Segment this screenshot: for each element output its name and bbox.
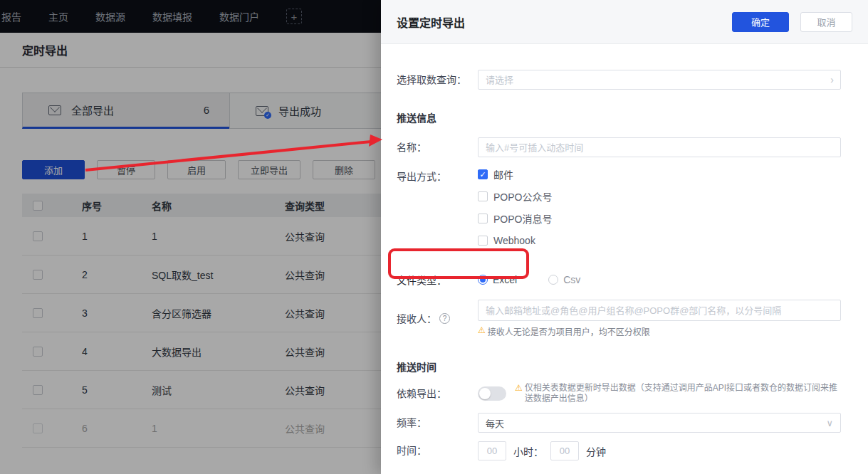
help-question-icon[interactable]: ? [439,313,450,324]
query-select-label: 选择取数查询： [397,70,478,90]
drawer-body: 选择取数查询： › 推送信息 名称： 导出方式： ✓ 邮件 PO [381,70,868,474]
radio-selected-icon [478,275,488,285]
chevron-down-icon: ∨ [826,418,833,428]
minute-input[interactable] [550,441,579,460]
warning-icon: ⚠ [515,383,523,404]
checkbox-unchecked-icon [478,214,488,223]
hour-input[interactable] [478,441,506,460]
checkbox-checked-icon: ✓ [478,169,488,179]
radio-unselected-icon [548,275,558,285]
schedule-export-drawer: 设置定时导出 确定 取消 选择取数查询： › 推送信息 名称： 导出方式： ✓ … [381,0,868,474]
dependent-export-label: 依赖导出： [397,383,478,404]
frequency-label: 频率： [397,413,478,433]
hour-unit-label: 小时： [513,444,543,458]
dependent-export-toggle[interactable] [478,386,506,401]
warning-icon: ⚠ [478,325,486,335]
push-info-section-title: 推送信息 [397,110,841,125]
minute-unit-label: 分钟 [586,444,606,458]
radio-excel[interactable]: Excel [478,274,517,285]
dependent-export-note: ⚠ 仅相关表数据更新时导出数据（支持通过调用产品API接口或者数仓的数据订阅来推… [515,383,841,404]
file-type-label: 文件类型： [397,273,478,287]
recipient-input[interactable] [478,300,841,321]
radio-csv[interactable]: Csv [548,274,580,285]
cancel-button[interactable]: 取消 [800,12,852,32]
recipient-label: 接收人： ? [397,300,478,337]
export-method-label: 导出方式： [397,169,478,257]
checkbox-unchecked-icon [478,191,488,201]
time-label: 时间： [397,441,478,460]
recipient-warning: ⚠ 接收人无论是否为项目用户，均不区分权限 [478,325,841,337]
query-select-input[interactable] [478,70,841,90]
frequency-select[interactable]: 每天 ∨ [478,413,841,433]
checkbox-popo-public[interactable]: POPO公众号 [478,191,841,201]
name-input[interactable] [478,137,841,157]
checkbox-webhook[interactable]: Webhook [478,235,841,246]
name-label: 名称： [397,137,478,157]
drawer-title: 设置定时导出 [397,14,732,31]
confirm-button[interactable]: 确定 [732,12,789,32]
checkbox-email[interactable]: ✓ 邮件 [478,169,841,179]
checkbox-popo-message[interactable]: POPO消息号 [478,213,841,223]
drawer-header: 设置定时导出 确定 取消 [381,0,868,44]
checkbox-unchecked-icon [478,236,488,246]
push-time-section-title: 推送时间 [397,359,841,374]
